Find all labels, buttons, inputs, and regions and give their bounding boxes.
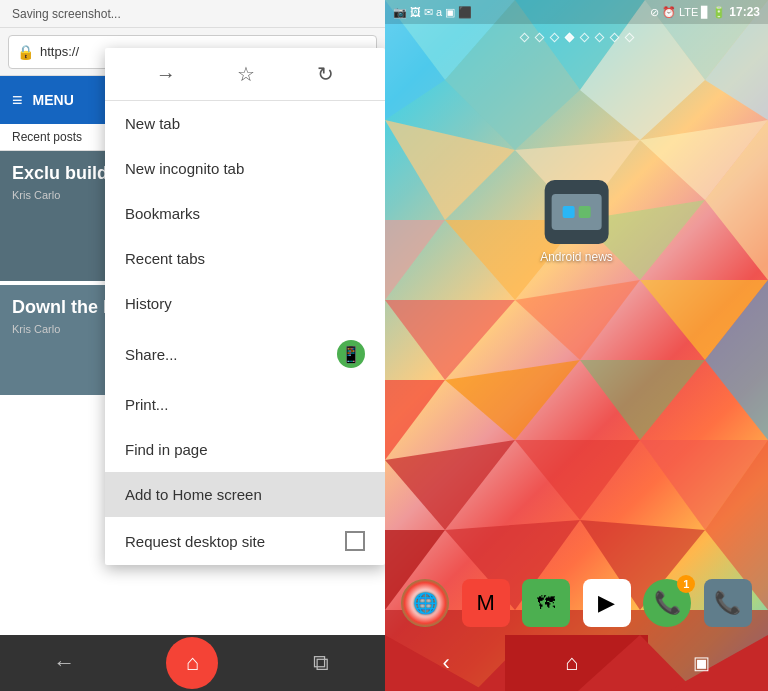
history-label: History	[125, 295, 365, 312]
menu-item-desktop[interactable]: Request desktop site	[105, 517, 385, 565]
menu-item-recent-tabs[interactable]: Recent tabs	[105, 236, 385, 281]
menu-item-print[interactable]: Print...	[105, 382, 385, 427]
status-right-icons: ⊘ ⏰ LTE ▊ 🔋 17:23	[650, 5, 760, 19]
recent-posts-label: Recent posts	[12, 130, 82, 144]
amazon-icon: a	[436, 6, 442, 18]
chrome-icon[interactable]: 🌐	[401, 579, 449, 627]
app-icon-inner	[552, 194, 602, 230]
home-button[interactable]: ⌂	[162, 635, 222, 691]
saving-banner: Saving screenshot...	[0, 0, 385, 28]
page-indicators	[385, 34, 768, 41]
recent-tabs-label: Recent tabs	[125, 250, 365, 267]
print-label: Print...	[125, 396, 365, 413]
signal-bars: ▊	[701, 6, 709, 19]
browser-panel: Saving screenshot... 🔒 https:// ≡ MENU R…	[0, 0, 385, 691]
nav-buttons: ‹ ⌂ ▣	[385, 635, 768, 691]
svg-marker-19	[580, 360, 705, 440]
desktop-site-checkbox[interactable]	[345, 531, 365, 551]
refresh-icon[interactable]: ↻	[305, 58, 346, 90]
page-dot-1	[519, 33, 529, 43]
screenshot-icon: 📷	[393, 6, 407, 19]
find-in-page-label: Find in page	[125, 441, 365, 458]
menu-item-share[interactable]: Share... 📱	[105, 326, 385, 382]
back-button[interactable]: ←	[34, 635, 94, 691]
lock-icon: 🔒	[17, 44, 34, 60]
svg-marker-15	[515, 280, 640, 360]
bottom-dock: 🌐 M 🗺 ▶ 📞 1 📞	[385, 571, 768, 635]
svg-marker-14	[385, 300, 515, 380]
status-bar: 📷 🖼 ✉ a ▣ ⬛ ⊘ ⏰ LTE ▊ 🔋 17:23	[385, 0, 768, 24]
time-display: 17:23	[729, 5, 760, 19]
lte-icon: LTE	[679, 6, 698, 18]
android-news-app[interactable]: Android news	[540, 180, 613, 264]
menu-item-find[interactable]: Find in page	[105, 427, 385, 472]
saving-text: Saving screenshot...	[12, 7, 121, 21]
tabs-button[interactable]: ⧉	[291, 635, 351, 691]
svg-marker-18	[445, 360, 580, 440]
android-homescreen: 📷 🖼 ✉ a ▣ ⬛ ⊘ ⏰ LTE ▊ 🔋 17:23	[385, 0, 768, 691]
page-dot-2	[534, 33, 544, 43]
menu-item-bookmarks[interactable]: Bookmarks	[105, 191, 385, 236]
request-desktop-label: Request desktop site	[125, 533, 345, 550]
whatsapp-icon[interactable]: 📞 1	[643, 579, 691, 627]
home-nav-icon[interactable]: ⌂	[565, 650, 578, 676]
photo-icon: 🖼	[410, 6, 421, 18]
page-dot-3	[549, 33, 559, 43]
menu-item-new-tab[interactable]: New tab	[105, 101, 385, 146]
block-icon: ⊘	[650, 6, 659, 19]
page-dot-4	[564, 33, 574, 43]
home-icon: ⌂	[186, 650, 199, 676]
page-dot-7	[609, 33, 619, 43]
app-icon-box[interactable]	[545, 180, 609, 244]
icon-dot-blue	[563, 206, 575, 218]
mail-icon: ✉	[424, 6, 433, 19]
svg-marker-7	[385, 120, 515, 220]
page-dot-5	[579, 33, 589, 43]
menu-item-history[interactable]: History	[105, 281, 385, 326]
context-menu: → ☆ ↻ New tab New incognito tab Bookmark…	[105, 48, 385, 565]
back-nav-icon[interactable]: ‹	[443, 650, 450, 676]
menu-label: MENU	[33, 92, 74, 108]
whatsapp-badge: 1	[677, 575, 695, 593]
bookmarks-label: Bookmarks	[125, 205, 365, 222]
recents-nav-icon[interactable]: ▣	[693, 652, 710, 674]
play-store-icon[interactable]: ▶	[583, 579, 631, 627]
page-dot-6	[594, 33, 604, 43]
url-text: https://	[40, 44, 79, 59]
wifi-icon: ▣	[445, 6, 455, 19]
menu-item-add-home[interactable]: Add to Home screen	[105, 472, 385, 517]
clock-icon: ⏰	[662, 6, 676, 19]
add-to-home-label: Add to Home screen	[125, 486, 365, 503]
icon-dot-green	[579, 206, 591, 218]
browser-bottom-nav: ← ⌂ ⧉	[0, 635, 385, 691]
whatsapp-share-icon: 📱	[337, 340, 365, 368]
maps-icon[interactable]: 🗺	[522, 579, 570, 627]
back-icon: ←	[53, 650, 75, 676]
gmail-icon[interactable]: M	[462, 579, 510, 627]
dialer-icon[interactable]: 📞	[704, 579, 752, 627]
bt-icon: ⬛	[458, 6, 472, 19]
battery-icon: 🔋	[712, 6, 726, 19]
forward-icon[interactable]: →	[144, 59, 188, 90]
app-icon-label: Android news	[540, 250, 613, 264]
bookmark-icon[interactable]: ☆	[225, 58, 267, 90]
svg-marker-22	[515, 440, 640, 520]
svg-marker-17	[385, 380, 445, 460]
share-label: Share...	[125, 346, 337, 363]
status-left-icons: 📷 🖼 ✉ a ▣ ⬛	[393, 6, 472, 19]
svg-marker-21	[385, 440, 515, 530]
incognito-tab-label: New incognito tab	[125, 160, 365, 177]
hamburger-icon[interactable]: ≡	[12, 90, 23, 111]
svg-marker-10	[385, 220, 445, 300]
page-dot-8	[624, 33, 634, 43]
tabs-icon: ⧉	[313, 650, 329, 676]
menu-item-incognito[interactable]: New incognito tab	[105, 146, 385, 191]
new-tab-label: New tab	[125, 115, 365, 132]
home-btn-circle[interactable]: ⌂	[166, 637, 218, 689]
menu-toolbar: → ☆ ↻	[105, 48, 385, 101]
